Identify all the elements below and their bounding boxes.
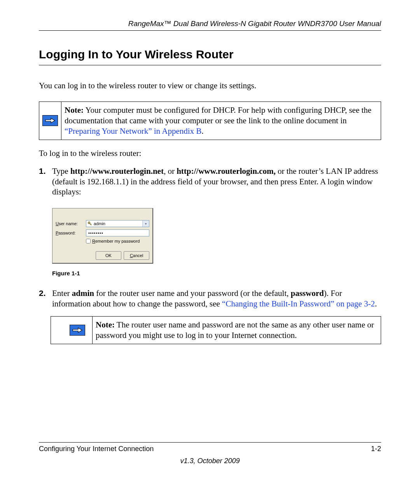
password-label: Password: bbox=[56, 231, 86, 235]
login-dialog: User name: admin ▾ Password: Remember my… bbox=[52, 208, 153, 264]
note-body-1: Your computer must be configured for DHC… bbox=[65, 105, 371, 125]
step-1-t2: , or bbox=[164, 166, 177, 176]
username-row: User name: admin ▾ bbox=[56, 220, 149, 227]
arrow-right-icon bbox=[70, 325, 85, 336]
step-2-after: . bbox=[375, 299, 377, 308]
password-field[interactable] bbox=[88, 230, 148, 236]
step-2-t2: for the router user name and your passwo… bbox=[94, 289, 291, 298]
figure-caption: Figure 1-1 bbox=[52, 270, 381, 276]
password-input[interactable] bbox=[86, 229, 149, 236]
step-1-url2: http://www.routerlogin.com, bbox=[177, 166, 276, 176]
footer-section-name: Configuring Your Internet Connection bbox=[39, 445, 154, 453]
step-1-number: 1. bbox=[39, 166, 52, 198]
footer-page-number: 1-2 bbox=[371, 445, 381, 453]
step-1-t1: Type bbox=[52, 166, 70, 176]
remember-accel: R bbox=[92, 239, 95, 243]
step-1-body: Type http://www.routerlogin.net, or http… bbox=[52, 166, 381, 198]
step-1-url1: http://www.routerlogin.net bbox=[70, 166, 164, 176]
intro-text: You can log in to the wireless router to… bbox=[39, 81, 381, 91]
step-1: 1. Type http://www.routerlogin.net, or h… bbox=[39, 166, 381, 198]
password-row: Password: bbox=[56, 229, 149, 236]
cancel-button[interactable]: Cancel bbox=[124, 251, 149, 260]
remember-label: emember my password bbox=[95, 239, 140, 243]
link-appendix-b[interactable]: “Preparing Your Network” in Appendix B bbox=[65, 126, 201, 136]
note2-icon-cell bbox=[51, 317, 93, 344]
note-box-credentials: Note: The router user name and password … bbox=[51, 316, 381, 344]
note-box-dhcp: Note: Your computer must be configured f… bbox=[39, 102, 381, 140]
dialog-buttons: OK Cancel bbox=[56, 251, 149, 260]
step-2-t1: Enter bbox=[52, 289, 72, 298]
footer-line: Configuring Your Internet Connection 1-2 bbox=[39, 445, 381, 453]
remember-checkbox[interactable] bbox=[86, 239, 91, 243]
procedure-lead: To log in to the wireless router: bbox=[39, 149, 381, 158]
document-footer: Configuring Your Internet Connection 1-2… bbox=[39, 442, 381, 465]
step-list-2: 2. Enter admin for the router user name … bbox=[39, 288, 381, 309]
link-change-password[interactable]: “Changing the Built-In Password” on page… bbox=[222, 299, 375, 308]
note2-prefix: Note: bbox=[96, 320, 115, 329]
cancel-accel: C bbox=[130, 253, 133, 258]
section-title: Logging In to Your Wireless Router bbox=[39, 48, 381, 65]
username-label-rest: ser name: bbox=[59, 221, 78, 226]
dropdown-arrow-icon[interactable]: ▾ bbox=[142, 220, 149, 227]
username-label: User name: bbox=[56, 221, 86, 226]
cancel-rest: ancel bbox=[133, 253, 143, 258]
footer-version: v1.3, October 2009 bbox=[39, 457, 381, 465]
step-list: 1. Type http://www.routerlogin.net, or h… bbox=[39, 166, 381, 198]
username-combo[interactable]: admin ▾ bbox=[86, 220, 149, 227]
step-2-password: password bbox=[291, 289, 324, 298]
note-text: Note: Your computer must be configured f… bbox=[61, 102, 381, 140]
figure-1-1: User name: admin ▾ Password: Remember my… bbox=[52, 208, 381, 264]
note2-body: The router user name and password are no… bbox=[96, 320, 374, 340]
step-2-admin: admin bbox=[72, 289, 94, 298]
step-2-body: Enter admin for the router user name and… bbox=[52, 288, 381, 309]
note-prefix: Note: bbox=[65, 105, 84, 115]
note2-text: Note: The router user name and password … bbox=[93, 317, 381, 344]
step-2: 2. Enter admin for the router user name … bbox=[39, 288, 381, 309]
footer-rule bbox=[39, 442, 381, 443]
username-value: admin bbox=[94, 221, 105, 226]
note-icon-cell bbox=[39, 102, 61, 140]
password-label-rest: assword: bbox=[58, 231, 75, 235]
ok-button[interactable]: OK bbox=[96, 251, 121, 260]
note-after: . bbox=[201, 126, 203, 136]
step-2-number: 2. bbox=[39, 288, 52, 309]
key-icon bbox=[88, 221, 92, 226]
document-header: RangeMax™ Dual Band Wireless-N Gigabit R… bbox=[39, 19, 381, 31]
remember-row: Remember my password bbox=[86, 239, 149, 243]
username-accel: U bbox=[56, 221, 59, 226]
manual-page: RangeMax™ Dual Band Wireless-N Gigabit R… bbox=[0, 0, 420, 504]
arrow-right-icon bbox=[42, 115, 58, 126]
